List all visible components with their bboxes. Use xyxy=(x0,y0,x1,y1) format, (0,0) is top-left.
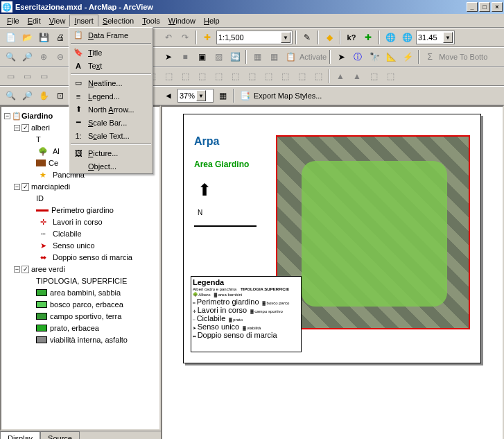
globe-button[interactable]: 🌐 xyxy=(383,30,398,45)
menu-insert[interactable]: Insert xyxy=(69,15,98,26)
menu-window[interactable]: Window xyxy=(164,15,200,26)
measure-button[interactable]: 📐 xyxy=(383,49,399,64)
layout-page[interactable]: Arpa Area Giardino ⬆N Legenda Alberi ced… xyxy=(183,114,481,363)
layer-marciapiedi[interactable]: marciapiedi xyxy=(31,182,70,191)
fixed-zoom-in-button[interactable]: ⊕ xyxy=(36,49,51,64)
toc-tab-display[interactable]: Display xyxy=(0,431,40,439)
collapse-icon[interactable]: − xyxy=(14,125,20,131)
minimize-button[interactable]: _ xyxy=(467,2,478,12)
lt5[interactable]: ⬚ xyxy=(211,69,226,84)
lt8[interactable]: ⬚ xyxy=(261,69,276,84)
green-symbol xyxy=(36,301,47,308)
undo-button[interactable]: ↶ xyxy=(161,30,176,45)
table-button[interactable]: ▦ xyxy=(250,49,265,64)
distribute-button[interactable]: ▭ xyxy=(19,69,35,84)
insert-object[interactable]: Object... xyxy=(70,160,152,173)
menu-tools[interactable]: Tools xyxy=(138,15,164,26)
logo-text: Arpa xyxy=(194,135,219,148)
identify-button[interactable]: ⓘ xyxy=(350,49,365,64)
toc-tab-source[interactable]: Source xyxy=(40,431,80,439)
sum-button[interactable]: Σ xyxy=(422,49,437,64)
ly-grid[interactable]: ▦ xyxy=(215,88,230,103)
menu-help[interactable]: Help xyxy=(200,15,224,26)
arccatalog-button[interactable]: ◆ xyxy=(322,30,337,45)
close-button[interactable]: × xyxy=(492,2,503,12)
menu-selection[interactable]: Selection xyxy=(98,15,138,26)
ly-pan[interactable]: ✋ xyxy=(36,88,51,103)
yellow-symbol: ★ xyxy=(36,171,50,179)
ly-zoom-out[interactable]: 🔎 xyxy=(19,88,35,103)
layer-checkbox[interactable]: ✓ xyxy=(21,266,29,273)
collapse-icon[interactable]: − xyxy=(4,113,10,119)
map-canvas[interactable]: Arpa Area Giardino ⬆N Legenda Alberi ced… xyxy=(161,105,504,439)
menubar: File Edit View Insert Selection Tools Wi… xyxy=(0,14,504,28)
lt9[interactable]: ⬚ xyxy=(277,69,293,84)
lt15[interactable]: ⬚ xyxy=(383,69,398,84)
lt4[interactable]: ⬚ xyxy=(194,69,209,84)
hyperlink-button[interactable]: ⚡ xyxy=(400,49,415,64)
lt13[interactable]: ▲ xyxy=(349,69,365,84)
clear-selection-button[interactable]: ▨ xyxy=(211,49,226,64)
maximize-button[interactable]: □ xyxy=(479,2,490,12)
save-button[interactable]: 💾 xyxy=(36,30,51,45)
collapse-icon[interactable]: − xyxy=(14,184,20,190)
new-button[interactable]: 📄 xyxy=(3,30,18,45)
scale-combo[interactable]: 1:1,500▼ xyxy=(216,31,293,44)
layer-checkbox[interactable]: ✓ xyxy=(21,124,29,132)
refresh-button[interactable]: 🔄 xyxy=(227,49,243,64)
insert-picture[interactable]: 🖼Picture... xyxy=(70,146,152,160)
stop-button[interactable]: ■ xyxy=(177,49,193,64)
select-elements-button[interactable]: ➤ xyxy=(161,49,176,64)
lt3[interactable]: ⬚ xyxy=(177,69,193,84)
insert-data-frame[interactable]: 📋Data Frame xyxy=(70,28,152,42)
lt7[interactable]: ⬚ xyxy=(244,69,259,84)
layer-aree-verdi[interactable]: aree verdi xyxy=(31,265,65,273)
layer-checkbox[interactable]: ✓ xyxy=(21,183,29,191)
lt14[interactable]: ⬚ xyxy=(366,69,381,84)
rotation-combo[interactable]: 31.45▼ xyxy=(416,31,455,44)
fixed-zoom-out-button[interactable]: ⊖ xyxy=(53,49,68,64)
lt2[interactable]: ⬚ xyxy=(161,69,176,84)
align-button[interactable]: ▭ xyxy=(3,69,18,84)
menu-view[interactable]: View xyxy=(45,15,70,26)
insert-legend[interactable]: ≡Legend... xyxy=(70,89,152,103)
insert-title[interactable]: 🔖Title xyxy=(70,46,152,59)
print-button[interactable]: 🖨 xyxy=(53,30,68,45)
props-button[interactable]: 📋 xyxy=(283,49,298,64)
zoom-out-button[interactable]: 🔎 xyxy=(19,49,35,64)
help-button[interactable]: k? xyxy=(344,30,359,45)
insert-north-arrow[interactable]: ⬆North Arrow... xyxy=(70,103,152,116)
find-button[interactable]: 🔭 xyxy=(367,49,382,64)
select-features-button[interactable]: ▣ xyxy=(194,49,209,64)
layer-alberi[interactable]: alberi xyxy=(31,123,50,132)
legend-icon: ≡ xyxy=(73,91,84,102)
lt10[interactable]: ⬚ xyxy=(294,69,309,84)
add-button[interactable]: ✚ xyxy=(360,30,376,45)
insert-scale-bar[interactable]: ━Scale Bar... xyxy=(70,116,152,129)
globe2-button[interactable]: 🌐 xyxy=(399,30,415,45)
lt11[interactable]: ⬚ xyxy=(311,69,326,84)
menu-file[interactable]: File xyxy=(3,15,24,26)
insert-scale-text[interactable]: 1:Scale Text... xyxy=(70,129,152,142)
zoom-in-button[interactable]: 🔍 xyxy=(3,49,18,64)
insert-neatline[interactable]: ▭Neatline... xyxy=(70,76,152,89)
ly-zoom-in[interactable]: 🔍 xyxy=(3,88,18,103)
add-data-button[interactable]: ✚ xyxy=(200,30,215,45)
lt12[interactable]: ▲ xyxy=(333,69,348,84)
collapse-icon[interactable]: − xyxy=(14,266,20,273)
export-styles-icon[interactable]: 📑 xyxy=(237,88,252,103)
editor-toolbar-button[interactable]: ✎ xyxy=(299,30,315,45)
lt6[interactable]: ⬚ xyxy=(227,69,243,84)
ly-prev[interactable]: ◄ xyxy=(161,88,176,103)
group-button[interactable]: ▭ xyxy=(36,69,51,84)
redo-button[interactable]: ↷ xyxy=(177,30,193,45)
pointer-button[interactable]: ➤ xyxy=(333,49,349,64)
open-button[interactable]: 📂 xyxy=(19,30,35,45)
table2-button[interactable]: ▦ xyxy=(266,49,281,64)
brown-symbol xyxy=(36,160,46,166)
insert-text[interactable]: AText xyxy=(70,59,152,72)
zoom-pct-combo[interactable]: 37%▼ xyxy=(177,89,214,103)
ly-full[interactable]: ⊡ xyxy=(53,88,68,103)
menu-edit[interactable]: Edit xyxy=(24,15,45,26)
export-styles-label[interactable]: Export Map Styles... xyxy=(254,92,322,100)
